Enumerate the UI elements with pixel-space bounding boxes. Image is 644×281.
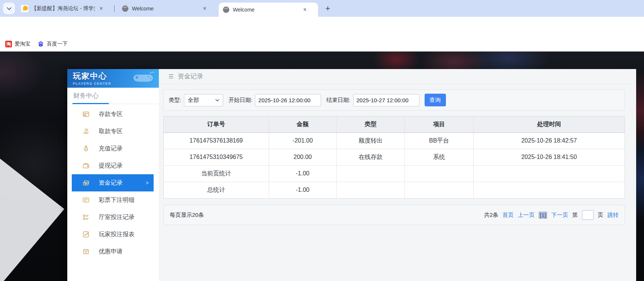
tab-title: Welcome [132, 6, 154, 12]
first-page-link[interactable]: 首页 [502, 212, 514, 219]
sidebar-section-title: 财务中心 [67, 88, 159, 103]
cell-label: 当前页统计 [164, 165, 269, 182]
cell-type: 额度转出 [336, 132, 404, 149]
next-page-link[interactable]: 下一页 [551, 212, 568, 219]
cell-type: 在线存款 [336, 149, 404, 165]
ticket-list-icon [82, 196, 90, 204]
bookmarks-bar: 淘 爱淘宝 du 百度一下 [0, 37, 644, 51]
sidebar-item-label: 优惠申请 [99, 248, 123, 256]
total-count-text: 共2条 [484, 212, 498, 219]
taobao-icon: 淘 [5, 41, 12, 47]
pagination-bar: 每页显示20条 共2条 首页 上一页 [1] 下一页 第 页 跳转 [163, 205, 625, 225]
cell-order-no: 1761475376138169 [164, 132, 269, 149]
bookmark-label: 百度一下 [47, 41, 68, 47]
sidebar-item-label: 提现记录 [99, 162, 123, 170]
money-bag-icon: ¥ [82, 145, 90, 152]
filter-bar: 类型: 全部 开始日期: 结束日期: 查询 [163, 90, 625, 110]
page-size-text: 每页显示20条 [170, 212, 204, 219]
jump-page-input[interactable] [582, 210, 594, 220]
column-header: 处理时间 [474, 116, 625, 132]
bookmark-taobao[interactable]: 淘 爱淘宝 [3, 39, 33, 49]
hall-list-icon [82, 213, 90, 221]
sidebar-item-withdrawal-records[interactable]: 提现记录 [72, 157, 154, 174]
chevron-down-icon [7, 7, 12, 10]
sidebar-item-hall-bet-records[interactable]: 厅室投注记录 [72, 209, 154, 226]
cell-time: 2025-10-26 18:41:50 [474, 149, 625, 165]
cell-project: 系统 [405, 149, 474, 165]
cell-time: 2025-10-26 18:42:57 [474, 132, 625, 149]
start-date-label: 开始日期: [228, 97, 252, 104]
funds-cards-icon [82, 179, 90, 187]
sidebar: 玩家中心 PLAYERS CENTER 财务中心 存款专区 取款专区 ¥ 充 [67, 69, 159, 281]
sidebar-item-lottery-bet-details[interactable]: 彩票下注明细 [72, 191, 154, 209]
cell-empty [474, 182, 625, 198]
main-panel: ☰ 资金记录 类型: 全部 开始日期: 结束日期: 查询 订单号 金额 类型 [159, 69, 636, 281]
jump-button[interactable]: 跳转 [607, 212, 619, 219]
cell-amount: -1.00 [269, 182, 336, 198]
sidebar-item-player-bet-report[interactable]: 玩家投注报表 [72, 226, 154, 243]
svg-text:du: du [40, 44, 42, 46]
prev-page-link[interactable]: 上一页 [518, 212, 534, 219]
table-row-total-stats: 总统计 -1.00 [164, 182, 625, 198]
tab-title: Welcome [233, 7, 255, 13]
sidebar-item-label: 彩票下注明细 [99, 196, 135, 204]
hamburger-icon[interactable]: ☰ [169, 73, 173, 80]
sidebar-item-label: 存款专区 [99, 110, 123, 118]
sidebar-item-label: 厅室投注记录 [99, 213, 135, 221]
sidebar-item-withdraw[interactable]: 取款专区 [72, 123, 154, 140]
sidebar-item-deposit[interactable]: 存款专区 [72, 106, 154, 123]
column-header: 金额 [269, 116, 336, 132]
page-background: 玩家中心 PLAYERS CENTER 财务中心 存款专区 取款专区 ¥ 充 [0, 51, 644, 281]
type-select[interactable]: 全部 [184, 94, 223, 106]
sidebar-menu: 存款专区 取款专区 ¥ 充值记录 提现记录 资金记录 > 彩票下注明细 [67, 104, 159, 260]
cell-project: BB平台 [405, 132, 474, 149]
end-date-label: 结束日期: [326, 97, 350, 104]
tab-welcome-1[interactable]: Welcome × [118, 0, 213, 17]
close-icon[interactable]: × [98, 5, 104, 12]
jump-label-pre: 第 [572, 212, 578, 219]
report-chart-icon [82, 231, 90, 238]
jump-label-post: 页 [598, 212, 603, 219]
sidebar-item-label: 充值记录 [99, 145, 123, 153]
gamepad-icon [131, 71, 156, 85]
svg-text:¥: ¥ [85, 251, 87, 254]
sidebar-item-funds-records[interactable]: 资金记录 > [72, 174, 154, 191]
start-date-input[interactable] [255, 94, 321, 106]
tab-search-button[interactable] [3, 3, 15, 14]
wallet-icon [82, 162, 90, 169]
close-icon[interactable]: × [302, 6, 308, 13]
search-button[interactable]: 查询 [425, 94, 446, 106]
table-row: 1761475310349675 200.00 在线存款 系统 2025-10-… [164, 149, 625, 165]
tab-welcome-2-active[interactable]: Welcome × [219, 3, 318, 17]
type-select-value: 全部 [188, 97, 199, 104]
end-date-input[interactable] [353, 94, 419, 106]
cell-amount: -1.00 [269, 165, 336, 182]
cell-amount: -201.00 [269, 132, 336, 149]
sidebar-item-label: 玩家投注报表 [99, 231, 135, 238]
cell-empty [474, 165, 625, 182]
table-header-row: 订单号 金额 类型 项目 处理时间 [164, 116, 625, 132]
new-tab-button[interactable]: + [322, 3, 333, 14]
cell-empty [405, 182, 474, 198]
cell-label: 总统计 [164, 182, 269, 198]
forum-favicon [21, 5, 28, 12]
tab-title: 【新提醒】海燕论坛 - 博学交流 [31, 5, 95, 12]
sidebar-item-recharge-records[interactable]: ¥ 充值记录 [72, 140, 154, 157]
sidebar-item-promo-application[interactable]: ¥ 优惠申请 [72, 243, 154, 260]
bookmark-baidu[interactable]: du 百度一下 [35, 39, 70, 49]
funds-table: 订单号 金额 类型 项目 处理时间 1761475376138169 -201.… [163, 116, 625, 199]
svg-text:¥: ¥ [85, 148, 87, 150]
page-header: ☰ 资金记录 [159, 69, 636, 84]
close-icon[interactable]: × [201, 5, 208, 12]
current-page-link[interactable]: [1] [539, 212, 547, 219]
table-row-page-stats: 当前页统计 -1.00 [164, 165, 625, 182]
cell-empty [336, 182, 404, 198]
chevron-down-icon [215, 99, 219, 102]
column-header: 项目 [405, 116, 474, 132]
cell-empty [336, 165, 404, 182]
tab-strip: 【新提醒】海燕论坛 - 博学交流 × Welcome × Welcome × + [0, 0, 644, 17]
section-divider [67, 103, 159, 104]
promo-icon: ¥ [82, 248, 90, 255]
chevron-right-icon: > [146, 180, 149, 186]
tab-forum[interactable]: 【新提醒】海燕论坛 - 博学交流 × [17, 0, 112, 17]
